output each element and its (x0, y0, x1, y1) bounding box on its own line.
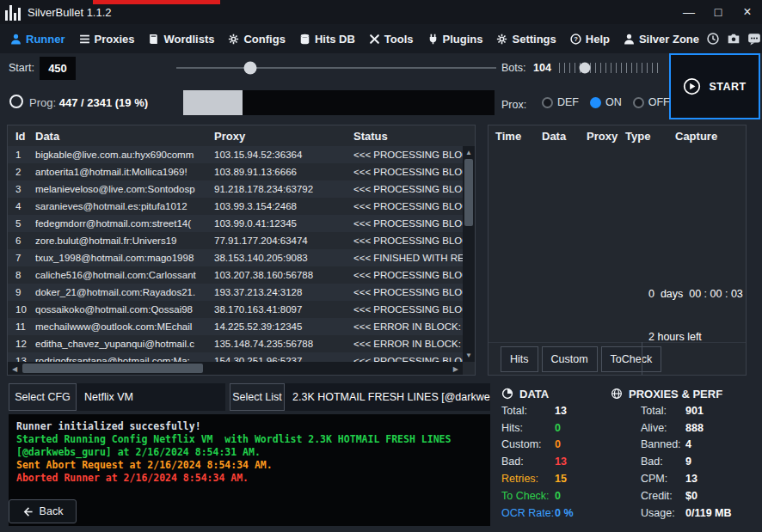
select-cfg-button[interactable]: Select CFG (9, 383, 77, 411)
cell-status: <<< PROCESSING BLOC (353, 235, 463, 246)
table-row[interactable]: 7 txux_1998@hotmail.com:mago1998 38.153.… (8, 249, 463, 266)
cell-data: qossaikoko@hotmail.com:Qossai98 (35, 304, 214, 315)
results-tab[interactable]: Hits (501, 346, 538, 372)
table-row[interactable]: 8 caliche516@hotmail.com:Carlossant 103.… (8, 266, 463, 284)
table-row[interactable]: 3 melanieveloso@live.com:Sontodosp 91.21… (8, 180, 463, 198)
table-row[interactable]: 11 mechailwww@outlook.com:MEchail 14.225… (8, 318, 463, 335)
proxy-mode-off[interactable]: OFF (633, 96, 670, 108)
log-line: Aborted Runner at 2/16/2024 8:54:34 AM. (16, 472, 482, 485)
cell-data: bigkable@live.com.au:hyx690comm (35, 150, 214, 160)
cell-status: <<< ERROR IN BLOCK: R (353, 339, 463, 349)
cell-id: 2 (8, 167, 35, 177)
cell-data: mechailwww@outlook.com:MEchail (35, 321, 214, 332)
stat-value: 0/119 MB (685, 507, 732, 519)
cell-data: doker_21@hotmail.com:Rayados21. (35, 287, 214, 297)
horizontal-scrollbar[interactable]: ◀ ▶ (8, 362, 463, 375)
table-row[interactable]: 13 rodrigofrsantana@hotmail.com:Ma: 154.… (8, 352, 463, 362)
table-row[interactable]: 12 editha_chavez_yupanqui@hotmail.c 135.… (8, 335, 463, 352)
progress-text: Prog: 447 / 2341 (19 %) (29, 96, 148, 109)
results-tab[interactable]: Custom (542, 346, 598, 372)
nav-proxies[interactable]: Proxies (72, 24, 142, 53)
radio-label: ON (605, 96, 622, 108)
cell-proxy: 14.225.52.39:12345 (214, 321, 353, 332)
app-logo-icon (5, 3, 21, 21)
proxy-mode-def[interactable]: DEF (542, 96, 579, 108)
horizontal-scroll-thumb[interactable] (22, 364, 203, 373)
stat-row: Banned: 4 (641, 437, 759, 454)
back-button-label: Back (40, 505, 64, 517)
table-row[interactable]: 1 bigkable@live.com.au:hyx690comm 103.15… (8, 146, 463, 163)
maximize-button[interactable]: □ (704, 0, 733, 24)
history-icon[interactable] (706, 32, 720, 46)
radio-icon (542, 97, 553, 108)
header-time: Time (495, 130, 542, 143)
progress-radio-icon[interactable] (9, 95, 23, 108)
cell-id: 7 (8, 253, 35, 263)
globe-icon (611, 388, 623, 400)
bots-slider[interactable] (559, 61, 661, 75)
cell-proxy: 38.170.163.41:8097 (214, 304, 353, 315)
stat-label: Alive: (641, 422, 685, 434)
proxy-mode-on[interactable]: ON (590, 96, 622, 108)
camera-icon[interactable] (727, 32, 740, 46)
remaining-time: 2 hours left (648, 330, 743, 345)
nav-label: Configs (243, 33, 285, 46)
window-controls: — □ × (674, 0, 762, 24)
cell-proxy: 135.148.74.235:56788 (214, 339, 353, 349)
progress-percent: (19 %) (115, 96, 148, 109)
vertical-scroll-thumb[interactable] (464, 159, 473, 226)
proxy-mode-group: DEF ON OFF (542, 96, 670, 108)
nav-label: Hits DB (315, 33, 355, 46)
nav-help[interactable]: ? Help (563, 24, 617, 53)
start-button[interactable]: START (669, 53, 760, 119)
stat-value: 0 (555, 490, 561, 502)
vertical-scrollbar[interactable]: ▲ ▼ (463, 146, 475, 362)
person-icon (10, 34, 22, 45)
nav-label: Wordlists (163, 33, 214, 46)
nav-plugins[interactable]: Plugins (421, 24, 490, 53)
cell-data: melanieveloso@live.com:Sontodosp (35, 184, 214, 194)
minimize-button[interactable]: — (674, 0, 704, 24)
header-data: Data (35, 130, 214, 143)
silverbullet-window: SilverBullet 1.1.2 — □ × Runner Proxies … (0, 0, 762, 532)
scroll-up-icon[interactable]: ▲ (465, 149, 472, 156)
results-header: Time Data Proxy Type Capture (489, 125, 746, 146)
table-row[interactable]: 9 doker_21@hotmail.com:Rayados21. 193.37… (8, 284, 463, 301)
nav-runner[interactable]: Runner (3, 24, 72, 53)
stat-label: Custom: (501, 438, 555, 450)
start-value-input[interactable]: 450 (40, 57, 76, 80)
chat-icon[interactable] (747, 32, 761, 46)
header-data: Data (542, 130, 587, 143)
nav-settings[interactable]: Settings (489, 24, 562, 53)
config-name-field[interactable]: Netflix VM (77, 383, 225, 411)
nav-tools[interactable]: Tools (362, 24, 421, 53)
bots-slider-knob[interactable] (579, 63, 590, 74)
scroll-down-icon[interactable]: ▼ (465, 352, 472, 359)
stat-value: 888 (685, 422, 704, 434)
table-row[interactable]: 4 saranieves@hotmail.es:pitufa1012 103.9… (8, 198, 463, 215)
table-row[interactable]: 5 fedegmdorr@hotmail.com:street14( 103.9… (8, 215, 463, 232)
table-row[interactable]: 6 zore.bulut@hotmail.fr:Univers19 77.91.… (8, 232, 463, 249)
start-slider[interactable] (176, 60, 496, 76)
table-row[interactable]: 10 qossaikoko@hotmail.com:Qossai98 38.17… (8, 301, 463, 318)
cell-id: 4 (8, 201, 35, 211)
select-list-button[interactable]: Select List (230, 383, 285, 411)
back-button[interactable]: Back (9, 499, 77, 523)
cell-proxy: 103.89.91.13:6666 (214, 167, 353, 177)
gear-icon (496, 34, 507, 45)
wordlist-name-field[interactable]: 2.3K HOTMAIL FRESH LINES [@darkwebsgur (285, 383, 490, 411)
nav-silver-zone[interactable]: Silver Zone (617, 24, 706, 53)
nav-hits-db[interactable]: Hits DB (292, 24, 362, 53)
cell-proxy: 193.37.213.24:3128 (214, 287, 353, 297)
close-button[interactable]: × (733, 0, 762, 24)
scroll-left-icon[interactable]: ◀ (12, 364, 17, 372)
cell-data: editha_chavez_yupanqui@hotmail.c (35, 339, 214, 349)
start-slider-knob[interactable] (243, 62, 256, 75)
scroll-right-icon[interactable]: ▶ (453, 364, 458, 372)
help-icon: ? (570, 34, 581, 45)
nav-wordlists[interactable]: Wordlists (141, 24, 221, 53)
gear-icon (228, 34, 239, 45)
table-row[interactable]: 2 antoerita1@hotmail.it:Mollica1969! 103… (8, 163, 463, 180)
header-proxy: Proxy (214, 130, 353, 143)
nav-configs[interactable]: Configs (221, 24, 292, 53)
